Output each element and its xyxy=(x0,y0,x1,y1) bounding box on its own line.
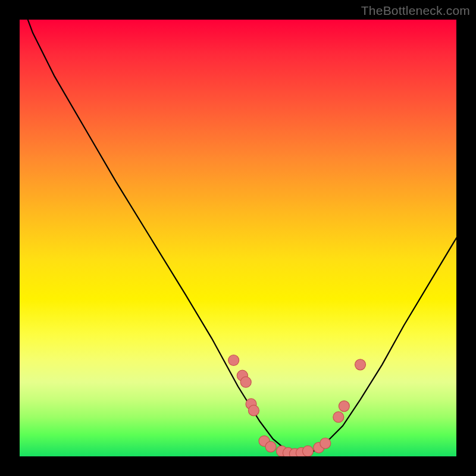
data-marker xyxy=(302,446,313,456)
data-marker xyxy=(240,377,251,387)
data-marker xyxy=(248,405,259,416)
data-marker xyxy=(265,441,276,452)
data-marker xyxy=(355,359,366,370)
bottleneck-curve xyxy=(20,20,456,454)
data-marker xyxy=(339,401,349,412)
data-marker xyxy=(320,438,331,449)
chart-stage: TheBottleneck.com xyxy=(0,0,476,476)
watermark-text: TheBottleneck.com xyxy=(361,4,470,18)
marker-group xyxy=(228,355,366,456)
plot-area xyxy=(20,20,456,456)
curve-svg xyxy=(20,20,456,456)
data-marker xyxy=(333,412,344,422)
data-marker xyxy=(228,355,239,366)
